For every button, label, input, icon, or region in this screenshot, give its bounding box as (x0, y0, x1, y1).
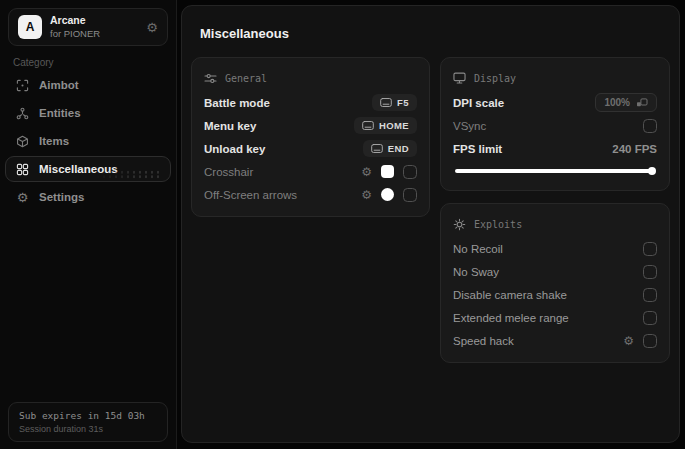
bug-icon (453, 218, 466, 231)
session-duration-text: Session duration 31s (19, 424, 157, 434)
page-title: Miscellaneous (200, 26, 670, 41)
gear-icon[interactable]: ⚙ (623, 335, 634, 347)
setting-label: DPI scale (453, 97, 504, 109)
app-meta: Arcane for PIONER (50, 14, 100, 40)
sidebar-item-label: Aimbot (39, 79, 79, 91)
setting-label: Extended melee range (453, 312, 569, 324)
gear-icon[interactable]: ⚙ (361, 189, 372, 201)
setting-row-crosshair: Crosshair ⚙ (204, 160, 417, 183)
sidebar-item-label: Entities (39, 107, 81, 119)
sidebar-item-label: Miscellaneous (39, 163, 118, 175)
sidebar-item-aimbot[interactable]: Aimbot (5, 72, 171, 98)
exploits-card-header: Exploits (453, 212, 657, 236)
sidebar-item-miscellaneous[interactable]: Miscellaneous (5, 156, 171, 182)
subscription-card: Sub expires in 15d 03h Session duration … (8, 402, 168, 442)
display-card-header: Display (453, 66, 657, 90)
app-name: Arcane (50, 14, 100, 28)
exploits-card: Exploits No Recoil No Sway Disable camer… (440, 203, 670, 363)
exploits-card-title: Exploits (474, 219, 522, 230)
keybind-value: END (388, 143, 409, 154)
keyboard-icon (362, 121, 374, 130)
app-window: A Arcane for PIONER ⚙ Category Aimbot (0, 0, 685, 449)
fps-limit-slider[interactable] (455, 169, 655, 173)
setting-label: No Recoil (453, 243, 503, 255)
row-controls: ⚙ (623, 334, 657, 348)
app-logo: A (18, 15, 42, 39)
fps-limit-value: 240 FPS (612, 143, 657, 155)
vsync-checkbox[interactable] (643, 119, 657, 133)
header-gear-icon[interactable]: ⚙ (146, 21, 158, 34)
setting-label: No Sway (453, 266, 499, 278)
disable-camera-shake-checkbox[interactable] (643, 288, 657, 302)
sub-expires-text: Sub expires in 15d 03h (19, 410, 157, 421)
sidebar-item-entities[interactable]: Entities (5, 100, 171, 126)
setting-label: Crosshair (204, 166, 253, 178)
sidebar-item-settings[interactable]: ⚙ Settings (5, 184, 171, 210)
row-controls: ⚙ (361, 165, 417, 179)
setting-row-menu-key: Menu key HOME (204, 114, 417, 137)
setting-row-speed-hack: Speed hack ⚙ (453, 329, 657, 352)
main-panel: Miscellaneous General Battle mode (181, 5, 680, 443)
setting-row-no-sway: No Sway (453, 260, 657, 283)
general-card: General Battle mode F5 Menu key (191, 57, 430, 217)
setting-label: Disable camera shake (453, 289, 567, 301)
general-card-header: General (204, 66, 417, 90)
keybind-button[interactable]: F5 (372, 94, 417, 111)
setting-label: Speed hack (453, 335, 514, 347)
no-sway-checkbox[interactable] (643, 265, 657, 279)
setting-row-unload-key: Unload key END (204, 137, 417, 160)
color-swatch[interactable] (381, 165, 394, 178)
molecule-icon (15, 107, 30, 120)
setting-label: VSync (453, 120, 486, 132)
setting-row-vsync: VSync (453, 114, 657, 137)
setting-row-offscreen-arrows: Off-Screen arrows ⚙ (204, 183, 417, 206)
keyboard-icon (380, 98, 392, 107)
keybind-button[interactable]: END (363, 140, 417, 157)
keybind-value: HOME (379, 120, 409, 131)
speed-hack-checkbox[interactable] (643, 334, 657, 348)
setting-row-extended-melee-range: Extended melee range (453, 306, 657, 329)
app-subtitle: for PIONER (50, 28, 100, 40)
setting-label: Battle mode (204, 97, 270, 109)
cube-icon (15, 135, 30, 148)
crosshair-scan-icon (15, 79, 30, 92)
sidebar-nav: Aimbot Entities Items (5, 72, 171, 212)
offscreen-arrows-checkbox[interactable] (403, 188, 417, 202)
sidebar-item-items[interactable]: Items (5, 128, 171, 154)
setting-row-disable-camera-shake: Disable camera shake (453, 283, 657, 306)
category-label: Category (13, 57, 54, 68)
setting-label: Unload key (204, 143, 265, 155)
setting-label: Off-Screen arrows (204, 189, 297, 201)
gear-icon: ⚙ (15, 191, 30, 204)
color-swatch[interactable] (381, 188, 394, 201)
card-columns: General Battle mode F5 Menu key (191, 57, 670, 363)
keyboard-icon (371, 144, 383, 153)
no-recoil-checkbox[interactable] (643, 242, 657, 256)
app-header-card: A Arcane for PIONER ⚙ (8, 8, 168, 46)
setting-row-dpi-scale: DPI scale 100% (453, 91, 657, 114)
sidebar-item-label: Settings (39, 191, 84, 203)
setting-row-battle-mode: Battle mode F5 (204, 91, 417, 114)
sidebar-item-label: Items (39, 135, 69, 147)
dpi-scale-select[interactable]: 100% (595, 93, 657, 112)
extended-melee-range-checkbox[interactable] (643, 311, 657, 325)
display-card-title: Display (474, 73, 516, 84)
crosshair-checkbox[interactable] (403, 165, 417, 179)
setting-label: Menu key (204, 120, 256, 132)
setting-label: FPS limit (453, 143, 502, 155)
fps-slider-knob[interactable] (648, 167, 656, 175)
dpi-scale-value: 100% (604, 97, 630, 108)
right-column: Display DPI scale 100% (440, 57, 670, 363)
setting-row-fps-limit: FPS limit 240 FPS (453, 137, 657, 160)
sliders-icon (204, 73, 217, 84)
grid-icon (15, 163, 30, 176)
display-card: Display DPI scale 100% (440, 57, 670, 191)
keybind-button[interactable]: HOME (354, 117, 417, 134)
general-card-title: General (225, 73, 267, 84)
monitor-icon (453, 72, 466, 84)
scale-icon (636, 98, 648, 108)
sidebar: A Arcane for PIONER ⚙ Category Aimbot (0, 0, 177, 449)
keybind-value: F5 (397, 97, 409, 108)
setting-row-no-recoil: No Recoil (453, 237, 657, 260)
gear-icon[interactable]: ⚙ (361, 166, 372, 178)
